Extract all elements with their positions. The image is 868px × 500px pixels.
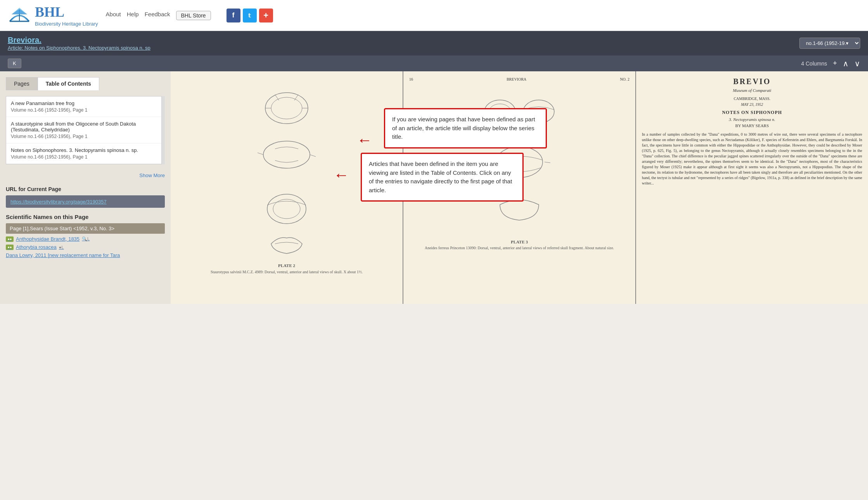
- toolbar: K 4 Columns + ∧ ∨: [0, 55, 868, 71]
- page3-date: MAY 23, 1952: [642, 102, 862, 107]
- k-button[interactable]: K: [8, 59, 21, 68]
- sci-name-header: Page [1],Sears (Issue Start) <1952, v.3,…: [6, 223, 165, 234]
- sidebar: Pages Table of Contents A new Panamanian…: [0, 71, 171, 304]
- svg-line-9: [258, 153, 263, 155]
- toc-item-title-1: A staurotypine skull from the Oligocene …: [11, 121, 157, 133]
- sci-icon-1: ●●: [6, 245, 14, 250]
- url-box: https://biodiversitylibrary.org/page/319…: [6, 195, 165, 208]
- article-title-link[interactable]: Article: Notes on Siphonophores. 3. Nect…: [8, 45, 150, 51]
- title-bar-left: Breviora. Article: Notes on Siphonophore…: [8, 36, 150, 51]
- page3-heading: NOTES ON SIPHONOPH: [642, 110, 862, 116]
- toc-item-title-0: A new Panamanian tree frog: [11, 100, 157, 106]
- toc-item-2[interactable]: Notes on Siphonophores. 3. Nectopyramis …: [6, 143, 161, 164]
- svg-line-19: [545, 162, 550, 163]
- scientific-names-list: Page [1],Sears (Issue Start) <1952, v.3,…: [6, 223, 165, 258]
- header-nav: About Help Feedback BHL Store: [106, 11, 211, 20]
- tooltip-toc-explanation: Articles that have been defined in the i…: [361, 153, 524, 202]
- sci-name-icon-l-1: ●L: [59, 245, 64, 250]
- logo-area: BHL Biodiversity Heritage Library: [8, 4, 98, 27]
- bhl-brand-text: BHL: [35, 4, 64, 20]
- show-more-container: Show More: [6, 170, 165, 180]
- toc-item-meta-2: Volume no.1-66 (1952-1956), Page 1: [11, 154, 157, 160]
- sci-name-item-1[interactable]: ●● Athorybia rosacea ●L: [6, 244, 165, 250]
- svg-line-10: [310, 155, 316, 157]
- main-content: Pages Table of Contents A new Panamanian…: [0, 71, 868, 304]
- svg-point-8: [263, 141, 310, 168]
- sci-name-text-0: Anthophysidae Brandt, 1835: [16, 236, 80, 242]
- toc-list-container: A new Panamanian tree frog Volume no.1-6…: [6, 96, 165, 164]
- volume-selector[interactable]: no.1-66 (1952-19.▾: [799, 38, 860, 49]
- sci-icon-0: ●●: [6, 236, 14, 242]
- page3-subheading: 3. Nectopyramis spinosa n.: [642, 117, 862, 122]
- page3-brand: BREVIO: [642, 77, 862, 86]
- show-more-link[interactable]: Show More: [139, 172, 165, 178]
- page3-subtitle: Museum of Comparati: [642, 88, 862, 93]
- toc-item-meta-1: Volume no.1-66 (1952-1956), Page 1: [11, 134, 157, 139]
- tab-toc[interactable]: Table of Contents: [38, 77, 99, 90]
- page-panel-3: BREVIO Museum of Comparati CAMBRIDGE, MA…: [636, 71, 868, 304]
- page2-issue: NO. 2: [620, 77, 629, 81]
- title-bar: Breviora. Article: Notes on Siphonophore…: [0, 31, 868, 55]
- tooltip-2-text: Articles that have been defined in the i…: [369, 160, 512, 193]
- bhl-store-button[interactable]: BHL Store: [176, 11, 211, 20]
- page2-brand: BREVIORA: [507, 77, 526, 81]
- page3-body: In a number of samples collected by the …: [642, 132, 862, 186]
- nav-up-button[interactable]: ∧: [843, 59, 849, 68]
- viewer-container: PLATE 2 Staurotypus salvinii M.C.Z. 4989…: [171, 71, 868, 304]
- nav-about[interactable]: About: [106, 11, 121, 20]
- nav-down-button[interactable]: ∨: [854, 59, 860, 68]
- add-column-button[interactable]: +: [833, 59, 837, 67]
- sidebar-tabs: Pages Table of Contents: [6, 77, 165, 90]
- page1-plate-label: PLATE 2 Staurotypus salvinii M.C.Z. 4989…: [176, 263, 397, 274]
- bhl-logo-icon: [8, 6, 31, 25]
- main-header: BHL Biodiversity Heritage Library About …: [0, 0, 868, 31]
- page-content-3: BREVIO Museum of Comparati CAMBRIDGE, MA…: [636, 71, 868, 304]
- scientific-names-section: Scientific Names on this Page Page [1],S…: [6, 214, 165, 258]
- tab-pages[interactable]: Pages: [6, 77, 38, 90]
- scientific-names-label: Scientific Names on this Page: [6, 214, 165, 220]
- toc-item-0[interactable]: A new Panamanian tree frog Volume no.1-6…: [6, 97, 161, 117]
- url-section-label: URL for Current Page: [6, 186, 165, 192]
- page2-plate: PLATE 3 Aneides ferreus Princeton 13090:…: [409, 240, 629, 250]
- toc-item-title-2: Notes on Siphonophores. 3. Nectopyramis …: [11, 147, 157, 153]
- arrow-1-icon: ←: [357, 131, 372, 149]
- toc-item-meta-0: Volume no.1-66 (1952-1956), Page 1: [11, 107, 157, 113]
- social-icons-group: f 𝕥 +: [227, 9, 273, 22]
- svg-marker-1: [12, 9, 27, 14]
- sci-name-text-1: Athorybia rosacea: [16, 244, 57, 250]
- toc-list: A new Panamanian tree frog Volume no.1-6…: [6, 96, 162, 164]
- page2-number: 16: [409, 77, 413, 81]
- plus-icon[interactable]: +: [259, 9, 273, 22]
- page3-location: CAMBRIDGE, MASS.: [642, 97, 862, 101]
- sci-name-icon-l-0: 🔍L: [82, 236, 90, 241]
- url-section: URL for Current Page https://biodiversit…: [6, 186, 165, 208]
- series-title-link[interactable]: Breviora.: [8, 36, 41, 44]
- bhl-tagline: Biodiversity Heritage Library: [35, 21, 98, 27]
- svg-point-3: [271, 97, 302, 119]
- toc-scrollbar[interactable]: [162, 96, 165, 164]
- twitter-icon[interactable]: 𝕥: [243, 9, 257, 22]
- tooltip-1-text: If you are viewing pages that have been …: [392, 116, 535, 140]
- columns-label: 4 Columns: [801, 60, 827, 67]
- page3-author: BY MARY SEARS: [642, 123, 862, 128]
- facebook-icon[interactable]: f: [227, 9, 240, 22]
- toc-item-1[interactable]: A staurotypine skull from the Oligocene …: [6, 117, 161, 143]
- nav-feedback[interactable]: Feedback: [145, 11, 170, 20]
- sci-name-item-0[interactable]: ●● Anthophysidae Brandt, 1835 🔍L: [6, 236, 165, 242]
- arrow-2-icon: ←: [334, 166, 349, 184]
- nav-help[interactable]: Help: [127, 11, 139, 20]
- current-url-link[interactable]: https://biodiversitylibrary.org/page/319…: [10, 199, 107, 205]
- tooltip-article-title: If you are viewing pages that have been …: [384, 108, 547, 148]
- sci-name-text-2: Dana Lowry, 2011 [new replacement name f…: [6, 252, 120, 258]
- sci-name-item-2[interactable]: Dana Lowry, 2011 [new replacement name f…: [6, 252, 165, 258]
